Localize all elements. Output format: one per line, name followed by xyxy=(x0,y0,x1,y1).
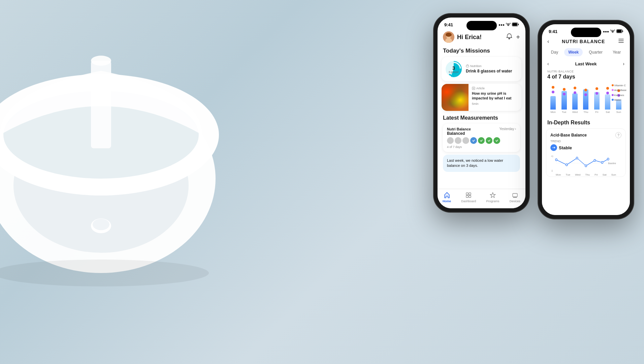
phone-2-screen: 9:41 ●●● ‹ NUTRI BALANCE xyxy=(542,24,630,215)
dashboard-icon xyxy=(465,192,472,199)
add-icon[interactable]: + xyxy=(516,33,520,41)
p1-header: Hi Erica! + xyxy=(438,29,525,46)
result-card-header: Acid-Base Balance ? xyxy=(550,132,621,138)
nav-home-label: Home xyxy=(443,200,451,203)
toilet-background xyxy=(0,0,253,364)
dot-1 xyxy=(447,137,454,144)
dot-7 xyxy=(493,137,500,144)
trend-stable-icon xyxy=(550,144,557,151)
nav-home[interactable]: Home xyxy=(443,192,451,203)
dynamic-island-2 xyxy=(571,28,601,37)
nav-programs-label: Programs xyxy=(486,200,500,203)
mission-tag: Nutrition xyxy=(466,64,517,68)
battery-icon-2 xyxy=(616,29,623,34)
dot-2 xyxy=(455,137,461,144)
status-icons-1: ●●● xyxy=(498,23,519,27)
battery-icon-1 xyxy=(512,23,519,27)
chart-col-fri: Fri xyxy=(592,86,602,114)
chart-legend: Vitamin C Acid-Base Ketones Water xyxy=(612,83,626,103)
measurements-section: Latest Measurements Nutri Balance Balanc… xyxy=(438,114,525,174)
notification-icon[interactable] xyxy=(506,33,513,41)
avatar-greeting: Hi Erica! xyxy=(443,31,482,43)
svg-point-42 xyxy=(601,161,603,163)
result-name: Acid-Base Balance xyxy=(550,133,587,138)
measurement-sublabel: 4 of 7 days xyxy=(447,145,516,149)
nutri-balance-label: NUTRI BALANCE xyxy=(542,70,630,74)
chart-col-mon: Mon xyxy=(548,86,558,114)
dynamic-island-1 xyxy=(466,21,497,30)
nav-programs[interactable]: Programs xyxy=(486,192,500,203)
svg-point-43 xyxy=(607,158,609,160)
p2-header: ‹ NUTRI BALANCE xyxy=(542,35,630,48)
svg-rect-26 xyxy=(513,193,517,197)
tab-year[interactable]: Year xyxy=(609,48,625,56)
dot-6 xyxy=(486,137,492,144)
measurement-card[interactable]: Nutri Balance Balanced Yesterday › xyxy=(443,124,520,152)
measurement-name: Nutri Balance xyxy=(447,127,471,131)
svg-rect-24 xyxy=(466,195,468,198)
chart-x-labels: Mon Tue Wed Thu Fri Sat Sun xyxy=(550,173,621,176)
status-icons-2: ●●● xyxy=(603,29,623,34)
week-label: Last Week xyxy=(575,61,597,66)
p2-menu-icon[interactable] xyxy=(618,38,624,45)
signal-icon-1: ●●● xyxy=(498,23,505,27)
dot-4 xyxy=(470,137,477,144)
dot-3 xyxy=(462,137,469,144)
result-card-acid-base[interactable]: Acid-Base Balance ? TREND Stable xyxy=(546,128,626,177)
nav-devices-label: Devices xyxy=(510,200,520,203)
header-action-icons[interactable]: + xyxy=(506,33,520,41)
nav-devices[interactable]: Devices xyxy=(510,192,520,203)
svg-rect-19 xyxy=(472,87,475,90)
svg-point-41 xyxy=(594,159,595,161)
article-image xyxy=(442,84,469,111)
alert-card: Last week, we noticed a low water balanc… xyxy=(443,155,520,172)
result-info-icon[interactable]: ? xyxy=(615,132,621,138)
week-navigation: ‹ Last Week › xyxy=(542,60,630,70)
next-week-icon[interactable]: › xyxy=(623,61,624,66)
result-trend-label: TREND xyxy=(550,140,621,143)
mission-description: Drink 8 glasses of water xyxy=(466,69,517,74)
article-tag: Article xyxy=(472,87,518,90)
status-time-1: 9:41 xyxy=(444,22,453,27)
svg-text:+1: +1 xyxy=(551,155,553,157)
svg-rect-6 xyxy=(91,61,111,148)
phone-2-frame: 9:41 ●●● ‹ NUTRI BALANCE xyxy=(538,20,634,219)
wifi-icon-1 xyxy=(506,23,511,27)
p2-back-icon[interactable]: ‹ xyxy=(547,38,549,44)
article-title: How my urine pH is impacted by what I ea… xyxy=(472,91,518,101)
prev-week-icon[interactable]: ‹ xyxy=(547,61,549,66)
chart-col-thu: Thu xyxy=(581,86,591,114)
measurement-status: Balanced xyxy=(447,131,471,136)
phones-container: 9:41 ●●● xyxy=(433,13,634,219)
mini-line-chart: +1 -1 Baseline xyxy=(550,153,621,173)
article-card[interactable]: Article How my urine pH is impacted by w… xyxy=(442,84,521,111)
chart-col-tue: Tue xyxy=(559,86,569,114)
nav-dashboard[interactable]: Dashboard xyxy=(461,192,476,203)
chart-col-wed: Wed xyxy=(570,86,580,114)
svg-point-15 xyxy=(446,33,452,37)
nav-dashboard-label: Dashboard xyxy=(461,200,476,203)
mission-card-water[interactable]: 3 8 glasses Nutrition Drink 8 glasses of… xyxy=(442,57,521,81)
measurement-date: Yesterday › xyxy=(500,127,516,131)
tab-quarter[interactable]: Quarter xyxy=(585,48,607,56)
dot-5 xyxy=(478,137,485,144)
trend-text: Stable xyxy=(559,145,572,150)
svg-text:Baseline: Baseline xyxy=(608,162,616,164)
nutri-days: 4 of 7 days xyxy=(542,74,630,83)
status-time-2: 9:41 xyxy=(549,29,557,34)
article-read-time: 5min xyxy=(472,102,518,105)
svg-rect-11 xyxy=(513,23,517,26)
svg-text:-1: -1 xyxy=(551,170,553,172)
svg-rect-25 xyxy=(469,195,471,198)
svg-rect-22 xyxy=(466,193,468,195)
tab-week[interactable]: Week xyxy=(564,48,583,56)
measurement-name-status: Nutri Balance Balanced xyxy=(447,127,471,136)
svg-rect-18 xyxy=(466,65,469,67)
measurements-title: Latest Measurements xyxy=(443,115,520,121)
period-tabs[interactable]: Day Week Quarter Year xyxy=(542,48,630,60)
avatar xyxy=(443,31,454,43)
svg-point-40 xyxy=(585,165,587,167)
tab-day[interactable]: Day xyxy=(547,48,562,56)
phone-1-screen: 9:41 ●●● xyxy=(438,18,525,208)
p2-screen-title: NUTRI BALANCE xyxy=(562,39,605,44)
